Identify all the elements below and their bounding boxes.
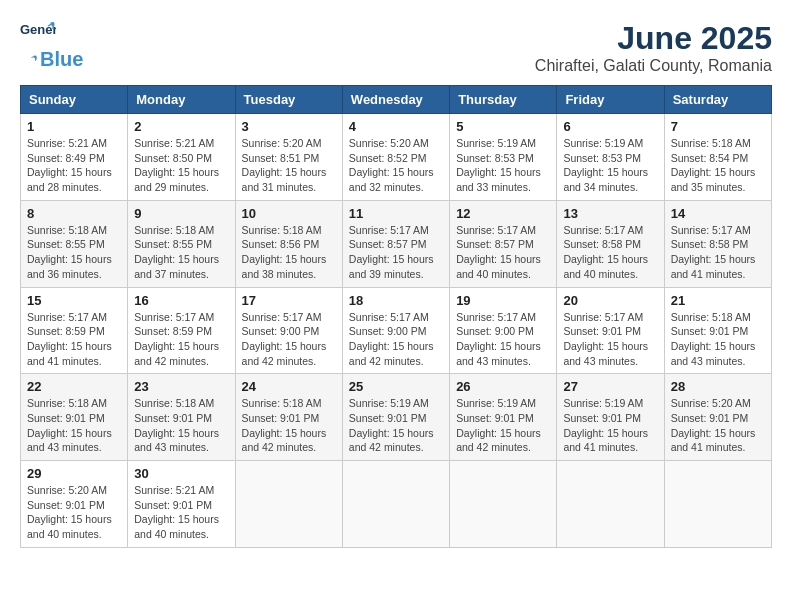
- day-number: 7: [671, 119, 765, 134]
- day-number: 29: [27, 466, 121, 481]
- day-number: 27: [563, 379, 657, 394]
- logo: General Blue: [20, 20, 83, 71]
- day-info: Sunrise: 5:18 AMSunset: 9:01 PMDaylight:…: [242, 396, 336, 455]
- day-cell-14: 14 Sunrise: 5:17 AMSunset: 8:58 PMDaylig…: [664, 200, 771, 287]
- logo-icon: General: [20, 20, 56, 48]
- week-row-4: 22 Sunrise: 5:18 AMSunset: 9:01 PMDaylig…: [21, 374, 772, 461]
- day-cell-9: 9 Sunrise: 5:18 AMSunset: 8:55 PMDayligh…: [128, 200, 235, 287]
- day-number: 22: [27, 379, 121, 394]
- day-info: Sunrise: 5:20 AMSunset: 9:01 PMDaylight:…: [671, 396, 765, 455]
- day-number: 9: [134, 206, 228, 221]
- week-row-2: 8 Sunrise: 5:18 AMSunset: 8:55 PMDayligh…: [21, 200, 772, 287]
- day-cell-1: 1 Sunrise: 5:21 AMSunset: 8:49 PMDayligh…: [21, 114, 128, 201]
- day-number: 23: [134, 379, 228, 394]
- day-info: Sunrise: 5:17 AMSunset: 8:58 PMDaylight:…: [671, 223, 765, 282]
- day-cell-26: 26 Sunrise: 5:19 AMSunset: 9:01 PMDaylig…: [450, 374, 557, 461]
- day-info: Sunrise: 5:17 AMSunset: 9:00 PMDaylight:…: [349, 310, 443, 369]
- logo-bird-icon: [20, 53, 38, 67]
- day-info: Sunrise: 5:19 AMSunset: 9:01 PMDaylight:…: [563, 396, 657, 455]
- day-cell-24: 24 Sunrise: 5:18 AMSunset: 9:01 PMDaylig…: [235, 374, 342, 461]
- header-monday: Monday: [128, 86, 235, 114]
- day-cell-5: 5 Sunrise: 5:19 AMSunset: 8:53 PMDayligh…: [450, 114, 557, 201]
- day-cell-27: 27 Sunrise: 5:19 AMSunset: 9:01 PMDaylig…: [557, 374, 664, 461]
- empty-cell: [450, 461, 557, 548]
- day-info: Sunrise: 5:19 AMSunset: 9:01 PMDaylight:…: [349, 396, 443, 455]
- day-cell-3: 3 Sunrise: 5:20 AMSunset: 8:51 PMDayligh…: [235, 114, 342, 201]
- weekday-header-row: Sunday Monday Tuesday Wednesday Thursday…: [21, 86, 772, 114]
- day-number: 13: [563, 206, 657, 221]
- day-cell-28: 28 Sunrise: 5:20 AMSunset: 9:01 PMDaylig…: [664, 374, 771, 461]
- day-cell-25: 25 Sunrise: 5:19 AMSunset: 9:01 PMDaylig…: [342, 374, 449, 461]
- day-info: Sunrise: 5:17 AMSunset: 9:00 PMDaylight:…: [242, 310, 336, 369]
- day-number: 2: [134, 119, 228, 134]
- header-sunday: Sunday: [21, 86, 128, 114]
- day-cell-6: 6 Sunrise: 5:19 AMSunset: 8:53 PMDayligh…: [557, 114, 664, 201]
- empty-cell: [664, 461, 771, 548]
- week-row-5: 29 Sunrise: 5:20 AMSunset: 9:01 PMDaylig…: [21, 461, 772, 548]
- header-wednesday: Wednesday: [342, 86, 449, 114]
- day-cell-2: 2 Sunrise: 5:21 AMSunset: 8:50 PMDayligh…: [128, 114, 235, 201]
- day-cell-30: 30 Sunrise: 5:21 AMSunset: 9:01 PMDaylig…: [128, 461, 235, 548]
- day-info: Sunrise: 5:17 AMSunset: 8:57 PMDaylight:…: [349, 223, 443, 282]
- day-number: 14: [671, 206, 765, 221]
- week-row-1: 1 Sunrise: 5:21 AMSunset: 8:49 PMDayligh…: [21, 114, 772, 201]
- page-header: General Blue June 2025 Chiraftei, Galati…: [20, 20, 772, 75]
- day-number: 10: [242, 206, 336, 221]
- calendar-table: Sunday Monday Tuesday Wednesday Thursday…: [20, 85, 772, 548]
- day-number: 5: [456, 119, 550, 134]
- day-info: Sunrise: 5:17 AMSunset: 8:59 PMDaylight:…: [134, 310, 228, 369]
- day-cell-8: 8 Sunrise: 5:18 AMSunset: 8:55 PMDayligh…: [21, 200, 128, 287]
- day-info: Sunrise: 5:17 AMSunset: 9:00 PMDaylight:…: [456, 310, 550, 369]
- title-area: June 2025 Chiraftei, Galati County, Roma…: [535, 20, 772, 75]
- day-cell-20: 20 Sunrise: 5:17 AMSunset: 9:01 PMDaylig…: [557, 287, 664, 374]
- day-cell-23: 23 Sunrise: 5:18 AMSunset: 9:01 PMDaylig…: [128, 374, 235, 461]
- day-cell-21: 21 Sunrise: 5:18 AMSunset: 9:01 PMDaylig…: [664, 287, 771, 374]
- day-cell-7: 7 Sunrise: 5:18 AMSunset: 8:54 PMDayligh…: [664, 114, 771, 201]
- day-number: 21: [671, 293, 765, 308]
- day-info: Sunrise: 5:18 AMSunset: 9:01 PMDaylight:…: [134, 396, 228, 455]
- day-number: 18: [349, 293, 443, 308]
- day-info: Sunrise: 5:21 AMSunset: 8:50 PMDaylight:…: [134, 136, 228, 195]
- week-row-3: 15 Sunrise: 5:17 AMSunset: 8:59 PMDaylig…: [21, 287, 772, 374]
- day-info: Sunrise: 5:17 AMSunset: 8:58 PMDaylight:…: [563, 223, 657, 282]
- day-number: 4: [349, 119, 443, 134]
- month-title: June 2025: [535, 20, 772, 57]
- day-number: 15: [27, 293, 121, 308]
- day-info: Sunrise: 5:20 AMSunset: 8:52 PMDaylight:…: [349, 136, 443, 195]
- day-cell-22: 22 Sunrise: 5:18 AMSunset: 9:01 PMDaylig…: [21, 374, 128, 461]
- day-cell-11: 11 Sunrise: 5:17 AMSunset: 8:57 PMDaylig…: [342, 200, 449, 287]
- header-thursday: Thursday: [450, 86, 557, 114]
- day-info: Sunrise: 5:20 AMSunset: 8:51 PMDaylight:…: [242, 136, 336, 195]
- location-title: Chiraftei, Galati County, Romania: [535, 57, 772, 75]
- day-cell-16: 16 Sunrise: 5:17 AMSunset: 8:59 PMDaylig…: [128, 287, 235, 374]
- day-cell-17: 17 Sunrise: 5:17 AMSunset: 9:00 PMDaylig…: [235, 287, 342, 374]
- day-cell-4: 4 Sunrise: 5:20 AMSunset: 8:52 PMDayligh…: [342, 114, 449, 201]
- day-number: 3: [242, 119, 336, 134]
- day-info: Sunrise: 5:21 AMSunset: 8:49 PMDaylight:…: [27, 136, 121, 195]
- day-info: Sunrise: 5:18 AMSunset: 9:01 PMDaylight:…: [27, 396, 121, 455]
- day-cell-18: 18 Sunrise: 5:17 AMSunset: 9:00 PMDaylig…: [342, 287, 449, 374]
- day-number: 25: [349, 379, 443, 394]
- day-info: Sunrise: 5:19 AMSunset: 8:53 PMDaylight:…: [563, 136, 657, 195]
- day-number: 12: [456, 206, 550, 221]
- day-cell-19: 19 Sunrise: 5:17 AMSunset: 9:00 PMDaylig…: [450, 287, 557, 374]
- header-friday: Friday: [557, 86, 664, 114]
- day-number: 16: [134, 293, 228, 308]
- day-info: Sunrise: 5:20 AMSunset: 9:01 PMDaylight:…: [27, 483, 121, 542]
- day-info: Sunrise: 5:19 AMSunset: 9:01 PMDaylight:…: [456, 396, 550, 455]
- day-number: 20: [563, 293, 657, 308]
- header-saturday: Saturday: [664, 86, 771, 114]
- day-number: 26: [456, 379, 550, 394]
- day-number: 28: [671, 379, 765, 394]
- header-tuesday: Tuesday: [235, 86, 342, 114]
- day-number: 1: [27, 119, 121, 134]
- day-cell-12: 12 Sunrise: 5:17 AMSunset: 8:57 PMDaylig…: [450, 200, 557, 287]
- day-info: Sunrise: 5:18 AMSunset: 8:55 PMDaylight:…: [27, 223, 121, 282]
- day-cell-29: 29 Sunrise: 5:20 AMSunset: 9:01 PMDaylig…: [21, 461, 128, 548]
- day-info: Sunrise: 5:21 AMSunset: 9:01 PMDaylight:…: [134, 483, 228, 542]
- day-number: 24: [242, 379, 336, 394]
- day-info: Sunrise: 5:17 AMSunset: 8:57 PMDaylight:…: [456, 223, 550, 282]
- day-number: 19: [456, 293, 550, 308]
- day-info: Sunrise: 5:17 AMSunset: 9:01 PMDaylight:…: [563, 310, 657, 369]
- day-number: 17: [242, 293, 336, 308]
